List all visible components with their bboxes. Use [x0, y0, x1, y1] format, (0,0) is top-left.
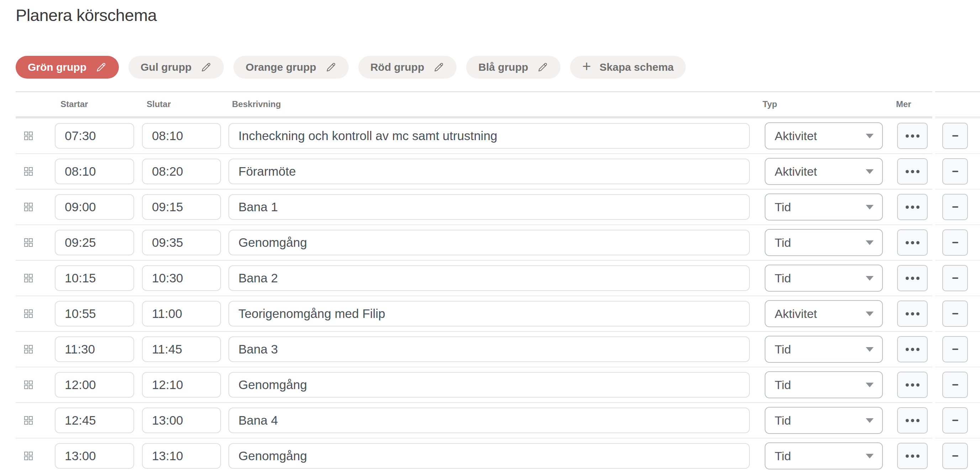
- end-time-input[interactable]: [142, 123, 221, 149]
- drag-handle-icon[interactable]: [24, 344, 33, 354]
- more-button[interactable]: [897, 371, 928, 398]
- pencil-icon: [200, 62, 212, 73]
- more-button[interactable]: [897, 336, 928, 362]
- drag-handle-icon[interactable]: [24, 415, 33, 425]
- drag-handle-icon[interactable]: [24, 273, 33, 283]
- tab-bla-grupp[interactable]: Blå grupp: [466, 56, 560, 79]
- description-input[interactable]: [229, 372, 750, 398]
- more-button[interactable]: [897, 407, 928, 433]
- remove-row-button[interactable]: [942, 443, 968, 469]
- tab-gron-grupp[interactable]: Grön grupp: [16, 56, 119, 79]
- column-header-start: Startar: [60, 99, 88, 109]
- drag-handle-icon[interactable]: [24, 202, 33, 212]
- schedule-row: Tid: [0, 367, 980, 403]
- end-time-input[interactable]: [142, 336, 221, 362]
- drag-handle-icon[interactable]: [24, 380, 33, 390]
- more-button[interactable]: [897, 229, 928, 256]
- more-button[interactable]: [897, 265, 928, 291]
- description-input[interactable]: [229, 301, 750, 327]
- drag-handle-icon[interactable]: [24, 238, 33, 248]
- more-button[interactable]: [897, 123, 928, 149]
- schedule-row-main: Aktivitet: [16, 154, 932, 190]
- schedule-row-aux: [935, 190, 980, 225]
- start-time-input[interactable]: [55, 372, 134, 398]
- start-time-input[interactable]: [55, 123, 134, 149]
- remove-row-button[interactable]: [942, 265, 968, 291]
- start-time-input[interactable]: [55, 336, 134, 362]
- type-select[interactable]: Tid: [765, 265, 883, 292]
- end-time-input[interactable]: [142, 265, 221, 291]
- type-select-value: Tid: [775, 343, 791, 356]
- start-time-input[interactable]: [55, 408, 134, 433]
- end-time-input[interactable]: [142, 372, 221, 398]
- type-select-value: Tid: [775, 236, 791, 250]
- minus-icon: [952, 171, 958, 172]
- more-button[interactable]: [897, 443, 928, 469]
- type-select[interactable]: Aktivitet: [765, 158, 883, 185]
- drag-handle-icon[interactable]: [24, 451, 33, 461]
- type-select[interactable]: Tid: [765, 194, 883, 221]
- start-time-input[interactable]: [55, 443, 134, 469]
- drag-handle-icon[interactable]: [24, 167, 33, 176]
- type-select[interactable]: Aktivitet: [765, 122, 883, 149]
- schedule-row: Tid: [0, 261, 980, 296]
- description-input[interactable]: [229, 265, 750, 291]
- description-input[interactable]: [229, 230, 750, 256]
- schedule-row-aux: [935, 296, 980, 332]
- description-input[interactable]: [229, 159, 750, 184]
- schedule-row-aux: [935, 154, 980, 190]
- remove-row-button[interactable]: [942, 194, 968, 220]
- create-schedule-button[interactable]: + Skapa schema: [570, 56, 686, 79]
- tab-orange-grupp[interactable]: Orange grupp: [234, 56, 348, 79]
- minus-icon: [952, 349, 958, 350]
- drag-handle-icon[interactable]: [24, 131, 33, 141]
- type-select[interactable]: Tid: [765, 443, 883, 470]
- start-time-input[interactable]: [55, 301, 134, 327]
- remove-row-button[interactable]: [942, 336, 968, 362]
- more-button[interactable]: [897, 158, 928, 184]
- end-time-input[interactable]: [142, 194, 221, 220]
- chevron-down-icon: [866, 134, 873, 138]
- ellipsis-icon: [906, 170, 920, 173]
- description-input[interactable]: [229, 408, 750, 433]
- end-time-input[interactable]: [142, 159, 221, 184]
- more-button[interactable]: [897, 194, 928, 220]
- tab-gul-grupp[interactable]: Gul grupp: [129, 56, 224, 79]
- chevron-down-icon: [866, 276, 873, 281]
- more-button[interactable]: [897, 300, 928, 327]
- minus-icon: [952, 242, 958, 243]
- end-time-input[interactable]: [142, 443, 221, 469]
- description-input[interactable]: [229, 194, 750, 220]
- ellipsis-icon: [906, 241, 920, 244]
- remove-row-button[interactable]: [942, 229, 968, 256]
- type-select[interactable]: Tid: [765, 407, 883, 434]
- schedule-row: Tid: [0, 225, 980, 261]
- schedule-table: Startar Slutar Beskrivning Typ Mer Aktiv…: [0, 91, 980, 473]
- start-time-input[interactable]: [55, 230, 134, 256]
- type-select[interactable]: Tid: [765, 336, 883, 363]
- start-time-input[interactable]: [55, 265, 134, 291]
- end-time-input[interactable]: [142, 230, 221, 256]
- chevron-down-icon: [866, 454, 873, 459]
- remove-row-button[interactable]: [942, 300, 968, 327]
- drag-handle-icon[interactable]: [24, 309, 33, 319]
- remove-row-button[interactable]: [942, 158, 968, 184]
- end-time-input[interactable]: [142, 408, 221, 433]
- start-time-input[interactable]: [55, 159, 134, 184]
- remove-row-button[interactable]: [942, 371, 968, 398]
- start-time-input[interactable]: [55, 194, 134, 220]
- tab-rod-grupp[interactable]: Röd grupp: [358, 56, 457, 79]
- schedule-row-main: Aktivitet: [16, 118, 932, 154]
- remove-row-button[interactable]: [942, 123, 968, 149]
- type-select[interactable]: Tid: [765, 371, 883, 398]
- type-select[interactable]: Tid: [765, 229, 883, 256]
- end-time-input[interactable]: [142, 301, 221, 327]
- description-input[interactable]: [229, 336, 750, 362]
- tab-label: Gul grupp: [140, 61, 191, 73]
- type-select[interactable]: Aktivitet: [765, 300, 883, 327]
- pencil-icon: [95, 62, 107, 73]
- remove-row-button[interactable]: [942, 407, 968, 433]
- description-input[interactable]: [229, 443, 750, 469]
- description-input[interactable]: [229, 123, 750, 149]
- group-tabs: Grön grupp Gul grupp Orange grupp Röd gr…: [16, 56, 980, 79]
